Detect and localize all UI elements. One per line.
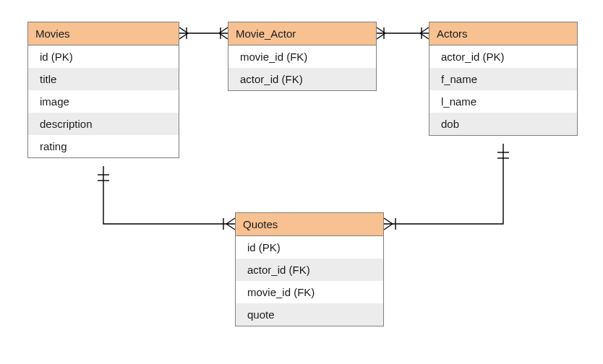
svg-line-10 — [377, 33, 385, 39]
entity-movie-actor: Movie_Actor movie_id (FK) actor_id (FK) — [228, 22, 377, 91]
field: movie_id (FK) — [228, 46, 376, 68]
entity-quotes: Quotes id (PK) actor_id (FK) movie_id (F… — [235, 212, 384, 326]
svg-line-13 — [420, 33, 429, 39]
field: title — [28, 68, 179, 90]
svg-line-22 — [384, 224, 393, 230]
field: movie_id (FK) — [236, 281, 383, 303]
svg-line-16 — [226, 218, 235, 224]
field: dob — [429, 113, 577, 135]
svg-line-21 — [384, 218, 393, 224]
entity-actors: Actors actor_id (PK) f_name l_name dob — [429, 22, 578, 136]
field: id (PK) — [236, 236, 383, 259]
entity-movie-actor-title: Movie_Actor — [228, 22, 376, 46]
svg-line-12 — [420, 27, 429, 33]
entity-actors-title: Actors — [429, 22, 577, 46]
svg-line-9 — [377, 27, 385, 33]
field: id (PK) — [28, 46, 179, 68]
svg-line-5 — [219, 27, 228, 33]
field: rating — [28, 135, 179, 157]
field: actor_id (FK) — [228, 68, 376, 90]
entity-quotes-title: Quotes — [236, 213, 383, 236]
field: image — [28, 90, 179, 113]
field: l_name — [429, 90, 577, 113]
svg-line-3 — [179, 33, 188, 39]
svg-line-17 — [226, 224, 235, 230]
field: description — [28, 113, 179, 135]
entity-movies: Movies id (PK) title image description r… — [27, 22, 179, 158]
svg-line-6 — [219, 33, 228, 39]
er-diagram: Movies id (PK) title image description r… — [0, 0, 603, 364]
field: actor_id (FK) — [236, 259, 383, 281]
field: f_name — [429, 68, 577, 90]
field: actor_id (PK) — [429, 46, 577, 68]
svg-line-2 — [179, 27, 188, 33]
field: quote — [236, 303, 383, 326]
entity-movies-title: Movies — [28, 22, 179, 46]
